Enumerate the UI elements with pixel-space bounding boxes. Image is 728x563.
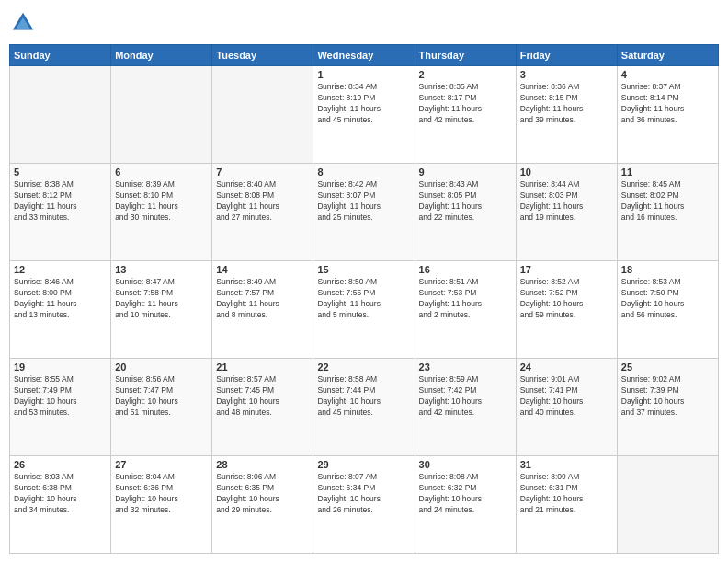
cell-info: Sunrise: 8:39 AM Sunset: 8:10 PM Dayligh… xyxy=(115,179,208,224)
calendar-cell: 2Sunrise: 8:35 AM Sunset: 8:17 PM Daylig… xyxy=(415,66,516,164)
cell-date: 22 xyxy=(317,362,410,373)
calendar-cell: 20Sunrise: 8:56 AM Sunset: 7:47 PM Dayli… xyxy=(111,359,212,456)
cell-info: Sunrise: 8:45 AM Sunset: 8:02 PM Dayligh… xyxy=(621,179,714,224)
calendar-cell: 1Sunrise: 8:34 AM Sunset: 8:19 PM Daylig… xyxy=(313,66,415,164)
calendar-cell: 7Sunrise: 8:40 AM Sunset: 8:08 PM Daylig… xyxy=(212,164,313,261)
calendar-cell: 9Sunrise: 8:43 AM Sunset: 8:05 PM Daylig… xyxy=(415,164,516,261)
cell-info: Sunrise: 8:04 AM Sunset: 6:36 PM Dayligh… xyxy=(115,472,208,516)
calendar-cell: 25Sunrise: 9:02 AM Sunset: 7:39 PM Dayli… xyxy=(617,359,718,456)
cell-date: 16 xyxy=(419,264,512,275)
cell-date: 15 xyxy=(317,264,410,275)
day-header-tuesday: Tuesday xyxy=(212,45,313,66)
cell-date: 28 xyxy=(216,459,309,470)
cell-date: 23 xyxy=(419,362,512,373)
calendar-cell: 3Sunrise: 8:36 AM Sunset: 8:15 PM Daylig… xyxy=(516,66,617,164)
cell-date: 20 xyxy=(115,362,208,373)
cell-info: Sunrise: 9:01 AM Sunset: 7:41 PM Dayligh… xyxy=(520,374,613,419)
calendar-cell: 22Sunrise: 8:58 AM Sunset: 7:44 PM Dayli… xyxy=(313,359,415,456)
cell-info: Sunrise: 8:40 AM Sunset: 8:08 PM Dayligh… xyxy=(216,179,309,224)
calendar-cell: 14Sunrise: 8:49 AM Sunset: 7:57 PM Dayli… xyxy=(212,261,313,359)
cell-info: Sunrise: 8:09 AM Sunset: 6:31 PM Dayligh… xyxy=(520,472,613,516)
cell-date: 7 xyxy=(216,167,309,178)
cell-info: Sunrise: 8:06 AM Sunset: 6:35 PM Dayligh… xyxy=(216,472,309,516)
calendar-cell xyxy=(212,66,313,164)
calendar-cell: 10Sunrise: 8:44 AM Sunset: 8:03 PM Dayli… xyxy=(516,164,617,261)
cell-info: Sunrise: 8:59 AM Sunset: 7:42 PM Dayligh… xyxy=(419,374,512,419)
cell-info: Sunrise: 8:55 AM Sunset: 7:49 PM Dayligh… xyxy=(14,374,107,419)
cell-info: Sunrise: 8:43 AM Sunset: 8:05 PM Dayligh… xyxy=(419,179,512,224)
cell-date: 4 xyxy=(621,69,714,80)
calendar-cell xyxy=(111,66,212,164)
cell-date: 13 xyxy=(115,264,208,275)
cell-info: Sunrise: 8:52 AM Sunset: 7:52 PM Dayligh… xyxy=(520,277,613,321)
day-header-friday: Friday xyxy=(516,45,617,66)
cell-info: Sunrise: 8:50 AM Sunset: 7:55 PM Dayligh… xyxy=(317,277,410,321)
cell-info: Sunrise: 8:44 AM Sunset: 8:03 PM Dayligh… xyxy=(520,179,613,224)
calendar-cell: 27Sunrise: 8:04 AM Sunset: 6:36 PM Dayli… xyxy=(111,456,212,554)
calendar-cell xyxy=(10,66,111,164)
cell-info: Sunrise: 9:02 AM Sunset: 7:39 PM Dayligh… xyxy=(621,374,714,419)
cell-date: 10 xyxy=(520,167,613,178)
page: SundayMondayTuesdayWednesdayThursdayFrid… xyxy=(0,0,728,563)
calendar-cell: 29Sunrise: 8:07 AM Sunset: 6:34 PM Dayli… xyxy=(313,456,415,554)
cell-info: Sunrise: 8:38 AM Sunset: 8:12 PM Dayligh… xyxy=(14,179,107,224)
cell-date: 18 xyxy=(621,264,714,275)
cell-date: 17 xyxy=(520,264,613,275)
week-row: 26Sunrise: 8:03 AM Sunset: 6:38 PM Dayli… xyxy=(10,456,719,554)
calendar-cell: 8Sunrise: 8:42 AM Sunset: 8:07 PM Daylig… xyxy=(313,164,415,261)
cell-date: 29 xyxy=(317,459,410,470)
cell-date: 26 xyxy=(14,459,107,470)
day-header-monday: Monday xyxy=(111,45,212,66)
cell-info: Sunrise: 8:34 AM Sunset: 8:19 PM Dayligh… xyxy=(317,82,410,126)
cell-info: Sunrise: 8:51 AM Sunset: 7:53 PM Dayligh… xyxy=(419,277,512,321)
calendar-cell: 6Sunrise: 8:39 AM Sunset: 8:10 PM Daylig… xyxy=(111,164,212,261)
cell-date: 21 xyxy=(216,362,309,373)
day-header-thursday: Thursday xyxy=(415,45,516,66)
cell-date: 31 xyxy=(520,459,613,470)
cell-date: 2 xyxy=(419,69,512,80)
cell-info: Sunrise: 8:03 AM Sunset: 6:38 PM Dayligh… xyxy=(14,472,107,516)
cell-date: 1 xyxy=(317,69,410,80)
calendar-table: SundayMondayTuesdayWednesdayThursdayFrid… xyxy=(9,44,719,554)
calendar-cell: 23Sunrise: 8:59 AM Sunset: 7:42 PM Dayli… xyxy=(415,359,516,456)
calendar-header: SundayMondayTuesdayWednesdayThursdayFrid… xyxy=(10,45,719,66)
cell-info: Sunrise: 8:47 AM Sunset: 7:58 PM Dayligh… xyxy=(115,277,208,321)
week-row: 12Sunrise: 8:46 AM Sunset: 8:00 PM Dayli… xyxy=(10,261,719,359)
calendar-cell: 28Sunrise: 8:06 AM Sunset: 6:35 PM Dayli… xyxy=(212,456,313,554)
week-row: 19Sunrise: 8:55 AM Sunset: 7:49 PM Dayli… xyxy=(10,359,719,456)
calendar-cell: 12Sunrise: 8:46 AM Sunset: 8:00 PM Dayli… xyxy=(10,261,111,359)
calendar-cell: 18Sunrise: 8:53 AM Sunset: 7:50 PM Dayli… xyxy=(617,261,718,359)
cell-info: Sunrise: 8:46 AM Sunset: 8:00 PM Dayligh… xyxy=(14,277,107,321)
calendar-cell: 17Sunrise: 8:52 AM Sunset: 7:52 PM Dayli… xyxy=(516,261,617,359)
calendar-cell: 21Sunrise: 8:57 AM Sunset: 7:45 PM Dayli… xyxy=(212,359,313,456)
day-header-wednesday: Wednesday xyxy=(313,45,415,66)
cell-date: 27 xyxy=(115,459,208,470)
cell-info: Sunrise: 8:49 AM Sunset: 7:57 PM Dayligh… xyxy=(216,277,309,321)
header xyxy=(9,9,719,37)
week-row: 5Sunrise: 8:38 AM Sunset: 8:12 PM Daylig… xyxy=(10,164,719,261)
calendar-body: 1Sunrise: 8:34 AM Sunset: 8:19 PM Daylig… xyxy=(10,66,719,554)
cell-date: 6 xyxy=(115,167,208,178)
cell-info: Sunrise: 8:58 AM Sunset: 7:44 PM Dayligh… xyxy=(317,374,410,419)
logo xyxy=(9,9,40,37)
calendar-cell: 16Sunrise: 8:51 AM Sunset: 7:53 PM Dayli… xyxy=(415,261,516,359)
cell-date: 11 xyxy=(621,167,714,178)
cell-info: Sunrise: 8:56 AM Sunset: 7:47 PM Dayligh… xyxy=(115,374,208,419)
cell-date: 3 xyxy=(520,69,613,80)
calendar-cell: 4Sunrise: 8:37 AM Sunset: 8:14 PM Daylig… xyxy=(617,66,718,164)
calendar-cell: 13Sunrise: 8:47 AM Sunset: 7:58 PM Dayli… xyxy=(111,261,212,359)
week-row: 1Sunrise: 8:34 AM Sunset: 8:19 PM Daylig… xyxy=(10,66,719,164)
cell-info: Sunrise: 8:57 AM Sunset: 7:45 PM Dayligh… xyxy=(216,374,309,419)
calendar-cell: 19Sunrise: 8:55 AM Sunset: 7:49 PM Dayli… xyxy=(10,359,111,456)
calendar-cell: 5Sunrise: 8:38 AM Sunset: 8:12 PM Daylig… xyxy=(10,164,111,261)
cell-date: 24 xyxy=(520,362,613,373)
cell-info: Sunrise: 8:53 AM Sunset: 7:50 PM Dayligh… xyxy=(621,277,714,321)
cell-date: 30 xyxy=(419,459,512,470)
logo-icon xyxy=(9,9,37,37)
calendar-cell: 11Sunrise: 8:45 AM Sunset: 8:02 PM Dayli… xyxy=(617,164,718,261)
cell-date: 12 xyxy=(14,264,107,275)
cell-info: Sunrise: 8:08 AM Sunset: 6:32 PM Dayligh… xyxy=(419,472,512,516)
cell-date: 25 xyxy=(621,362,714,373)
cell-info: Sunrise: 8:36 AM Sunset: 8:15 PM Dayligh… xyxy=(520,82,613,126)
calendar-cell: 30Sunrise: 8:08 AM Sunset: 6:32 PM Dayli… xyxy=(415,456,516,554)
